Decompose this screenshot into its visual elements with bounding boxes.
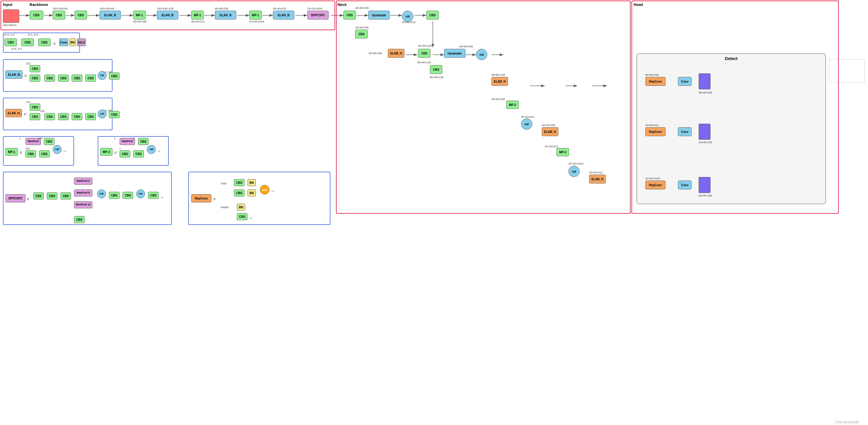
def-maxpool-2: MaxPool — [120, 138, 135, 145]
neck-elab-h-2: ELAB_H — [491, 77, 508, 86]
dim-20x512: 20×20×512 — [589, 171, 603, 174]
backbone-mp1-3: MP-1 — [249, 11, 262, 20]
head-output-2 — [699, 124, 711, 140]
backbone-sppcspc: SPPCSPC — [307, 11, 329, 20]
eq-repconv: = — [213, 197, 216, 201]
backbone-mp1-1: MP-1 — [133, 11, 146, 20]
mp2-arrow: → — [157, 149, 161, 153]
dim-40x512: 40×40×512 — [521, 116, 535, 119]
eq-mp2: = — [114, 150, 117, 155]
elan-b-cbs-3: CBS — [72, 74, 82, 82]
dim-80x128: 80×80×128 — [417, 61, 431, 64]
rep-cbs-deploy: CBS — [237, 213, 247, 220]
head-repconv-2: RepConv — [645, 127, 665, 136]
elan-b-cbs-out: CBS — [109, 72, 120, 79]
dim-40x256: 40×40×256 — [355, 6, 369, 9]
backbone-elan-b-4: ELAN_B — [273, 11, 294, 20]
spp-maxpool-5: MaxPool 5 — [74, 177, 92, 185]
def-cbs-2: CBS — [21, 38, 34, 46]
dim-20x1024: 20×20×1024 — [249, 20, 265, 23]
mp2-cat: cat — [147, 145, 156, 154]
neck-cat-4: cat — [568, 166, 580, 177]
input-dims: 640×640×3 — [3, 24, 17, 27]
mp1-cbs-1: CBS — [44, 138, 55, 145]
dim-160x128: 160×160×128 — [157, 7, 174, 10]
mp1-c: c — [20, 137, 21, 140]
elab-h-cout: e_out — [105, 109, 112, 112]
dim-80x128-2: 80×80×128 — [430, 76, 443, 79]
neck-cbs-1: CBS — [343, 11, 356, 20]
repconv-train: Train — [221, 182, 226, 185]
neck-elab-h-3: ELAB_H — [542, 127, 558, 136]
dim-40x128: 40×40×128 — [418, 44, 432, 47]
elan-b-cout: e_out — [105, 70, 112, 73]
dim-40x256: 40×40×256 — [491, 98, 505, 101]
dim-40x512: 40×40×512 — [402, 21, 416, 24]
neck-mp2-2: MP-2 — [557, 148, 569, 156]
dim-40x256-2: 40×40×256 — [355, 26, 369, 29]
cbs-k1: k=3, s=2 — [4, 33, 15, 36]
def-repconv: RepConv — [191, 194, 211, 202]
mp2-c-half: c — [120, 147, 121, 150]
spp-cat: cat — [97, 189, 106, 198]
elan-b-cbs-top: CBS — [30, 65, 40, 72]
eq-mp1: = — [20, 150, 22, 155]
dim-20x512: 20×20×512 — [545, 145, 558, 148]
head-repconv-3: RepConv — [645, 181, 665, 189]
spp-cbs-3: CBS — [60, 192, 71, 199]
elab-h-cbs-bot: CBS — [30, 113, 40, 120]
elab-h-cbs-3: CBS — [72, 113, 82, 120]
elan-b-cbs-2: CBS — [58, 74, 69, 82]
def-bn: BN — [69, 38, 76, 46]
elan-b-cbs-bot: CBS — [30, 74, 40, 82]
mp1-arrow: → — [63, 149, 67, 153]
neck-upsample-2: Upsample — [444, 49, 465, 58]
spp-cbs-2: CBS — [47, 192, 57, 199]
neck-cbs-4: CBS — [418, 49, 430, 58]
neck-mp2-1: MP-2 — [506, 101, 519, 109]
def-conv: Conv — [59, 38, 68, 46]
head-repconv-1: RepConv — [645, 77, 665, 86]
mp2-c: c — [114, 137, 116, 140]
spp-maxpool-9: MaxPool 9 — [74, 189, 92, 197]
spp-cbs-5: CBS — [123, 192, 133, 199]
backbone-elan-b-3: ELAN_B — [215, 11, 236, 20]
spp-cat-2: cat — [136, 189, 145, 198]
dim-80x256: 80×80×256 — [133, 20, 147, 23]
def-sppcspc: SPPCSPC — [5, 194, 26, 202]
eq-elan-b: = — [24, 73, 27, 78]
mp2-c: c — [133, 137, 135, 140]
backbone-cbs-2: CBS — [53, 11, 65, 20]
backbone-elan-b-2: ELAN_B — [157, 11, 178, 20]
head-conv-1: Conv — [678, 77, 691, 86]
elab-h-c4: c//4 — [40, 109, 45, 112]
rep-bn-deploy: BN — [237, 204, 245, 211]
dim-40x256-3: 40×40×256 — [369, 52, 382, 55]
rep-cbs-train-2: CBS — [234, 189, 245, 197]
mp1-c-half2: c//2 — [26, 147, 30, 150]
mp2-cbs-1: CBS — [138, 138, 149, 145]
head-output-1 — [699, 73, 711, 89]
dim-40x256-4: 40×40×256 — [542, 124, 555, 127]
elab-h-cbs-1: CBS — [44, 113, 55, 120]
def-elab-h: ELAB_H — [5, 109, 22, 117]
dim-20x1024: 20×20×1024 — [645, 177, 660, 180]
neck-cat-3: cat — [521, 119, 532, 130]
dim-80x256: 80×80×256 — [645, 73, 659, 76]
dim-20x1024-2: 20×20×1024 — [307, 7, 322, 10]
head-output-3 — [699, 177, 711, 193]
empty-box — [829, 59, 864, 83]
dim-20x1024: 20×20×1024 — [568, 162, 584, 165]
cbs-k3: k=3, s=1 — [12, 47, 22, 50]
rep-arrow-out: → — [271, 189, 275, 193]
rep-deploy-arrow: → — [249, 216, 253, 220]
repconv-deploy: Deploy — [221, 206, 229, 209]
head-conv-3: Conv — [678, 181, 691, 189]
spp-maxpool-13: MaxPool 13 — [74, 201, 92, 208]
rep-bn-1: BN — [247, 179, 256, 186]
dim-160x64: 160×160×64 — [99, 7, 115, 10]
dim-80x255: 80×80×255 — [699, 91, 712, 94]
mp1-c-half: c//2 — [38, 137, 43, 140]
cbs-k2: k=1, s=1 — [28, 33, 38, 36]
dim-80x128-3: 80×80×128 — [491, 73, 505, 76]
